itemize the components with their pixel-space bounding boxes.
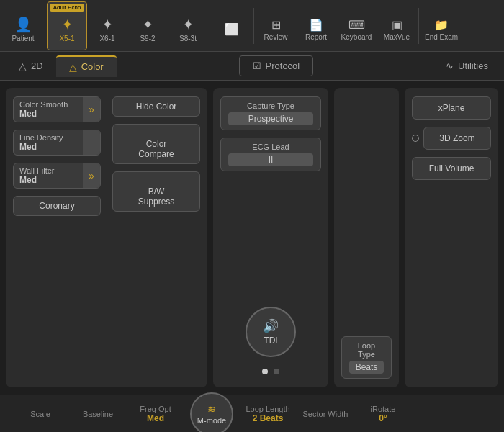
line-density-arrow[interactable] [83, 130, 100, 155]
wall-filter-value: Med [19, 175, 77, 185]
s8-3t-button[interactable]: ✦ S8-3t [168, 1, 208, 50]
left-col: Color Smooth Med » Line Density Med [13, 96, 101, 219]
x6-1-icon: ✦ [102, 16, 114, 33]
wall-filter-arrow[interactable]: » [83, 163, 100, 188]
wall-filter-main: Wall Filter Med [14, 163, 83, 188]
freq-opt-value: Med [147, 413, 164, 423]
sector-width-control[interactable]: Sector Width [297, 407, 354, 421]
loop-length-label: Loop Length [246, 405, 289, 413]
left-panel: Color Smooth Med » Line Density Med [6, 88, 207, 387]
tab-color[interactable]: △ Color [56, 55, 117, 77]
mmode-button[interactable]: ≋ M-mode [190, 392, 233, 433]
color-smooth-title: Color Smooth [19, 100, 77, 109]
color-compare-button[interactable]: Color Compare [112, 124, 200, 164]
tab-color-label: Color [81, 61, 104, 72]
keyboard-button[interactable]: ⌨ Keyboard [336, 1, 377, 50]
loop-length-control[interactable]: Loop Length 2 Beats [239, 402, 297, 426]
end-exam-button[interactable]: 📁 End Exam [420, 1, 462, 50]
tab-protocol-label: Protocol [266, 60, 300, 71]
report-button[interactable]: 📄 Report [296, 1, 336, 50]
separator-1 [45, 8, 45, 44]
end-exam-icon: 📁 [434, 18, 449, 32]
separator-4 [418, 8, 419, 44]
freq-opt-label: Freq Opt [140, 405, 171, 413]
patient-button[interactable]: 👤 Patient [3, 1, 43, 50]
irotate-value: 0° [379, 413, 387, 423]
loop-type-value: Beats [349, 361, 384, 374]
tab-protocol-icon: ☑ [253, 60, 261, 71]
page-dot-1[interactable] [262, 369, 268, 374]
bw-suppress-button[interactable]: B/W Suppress [112, 171, 200, 212]
x5-1-button[interactable]: Adult Echo ✦ X5-1 [47, 1, 87, 50]
report-icon: 📄 [309, 18, 323, 32]
maxvue-icon: ▣ [392, 18, 402, 32]
full-volume-button[interactable]: Full Volume [412, 157, 491, 180]
main-content: Color Smooth Med » Line Density Med [0, 81, 504, 395]
end-exam-label: End Exam [425, 33, 458, 41]
tdi-label: TDI [264, 336, 277, 346]
review-button[interactable]: ⊞ Review [256, 1, 296, 50]
baseline-control[interactable]: Baseline [69, 407, 127, 421]
coronary-button[interactable]: Coronary [13, 196, 101, 216]
maxvue-label: MaxVue [384, 33, 410, 41]
wall-filter-title: Wall Filter [19, 166, 77, 175]
irotate-label: iRotate [371, 405, 396, 413]
xplane-button[interactable]: xPlane [412, 96, 491, 120]
tdi-icon: 🔊 [263, 318, 279, 334]
x6-1-button[interactable]: ✦ X6-1 [87, 1, 127, 50]
freq-opt-control[interactable]: Freq Opt Med [127, 402, 184, 426]
hide-color-button[interactable]: Hide Color [112, 96, 200, 117]
keyboard-icon: ⌨ [348, 18, 365, 32]
page-dot-2[interactable] [274, 369, 279, 374]
capture-type-control[interactable]: Capture Type Prospective [220, 96, 321, 130]
baseline-label: Baseline [83, 410, 113, 418]
s9-2-button[interactable]: ✦ S9-2 [127, 1, 168, 50]
color-smooth-control[interactable]: Color Smooth Med » [13, 96, 101, 122]
left-panel-inner: Color Smooth Med » Line Density Med [13, 96, 200, 219]
patient-icon: 👤 [14, 16, 32, 33]
mmode-label: M-mode [197, 416, 226, 425]
tab-color-icon: △ [69, 61, 77, 73]
loop-type-control[interactable]: Loop Type Beats [341, 336, 392, 379]
tab-bar: △ 2D △ Color ☑ Protocol ∿ Utilities [0, 52, 504, 81]
ecg-lead-title: ECG Lead [228, 143, 313, 151]
separator-2 [210, 8, 210, 44]
tab-utilities-label: Utilities [458, 60, 488, 71]
line-density-control[interactable]: Line Density Med [13, 130, 101, 156]
maxvue-button[interactable]: ▣ MaxVue [377, 1, 417, 50]
tab-2d[interactable]: △ 2D [6, 56, 56, 76]
s8-3t-label: S8-3t [179, 35, 197, 42]
line-density-value: Med [19, 142, 77, 152]
tab-utilities[interactable]: ∿ Utilities [436, 56, 498, 76]
capture-type-title: Capture Type [228, 102, 313, 110]
tab-2d-label: 2D [31, 60, 43, 71]
center-panel: Capture Type Prospective ECG Lead II 🔊 T… [213, 88, 328, 387]
top-bar: 👤 Patient Adult Echo ✦ X5-1 ✦ X6-1 ✦ S9-… [0, 0, 504, 52]
color-smooth-arrow[interactable]: » [83, 97, 100, 122]
wall-filter-control[interactable]: Wall Filter Med » [13, 163, 101, 189]
line-density-title: Line Density [19, 133, 77, 142]
far-right-panel: xPlane 3D Zoom Full Volume [405, 88, 498, 387]
x6-1-label: X6-1 [99, 35, 114, 42]
capsule-button[interactable]: ⬜ [212, 1, 252, 50]
report-label: Report [305, 33, 327, 41]
page-dots [220, 364, 321, 379]
s9-2-icon: ✦ [142, 16, 154, 33]
tdi-button[interactable]: 🔊 TDI [246, 307, 296, 357]
irotate-control[interactable]: iRotate 0° [354, 402, 412, 426]
color-smooth-main: Color Smooth Med [14, 97, 83, 122]
ecg-lead-value: II [228, 153, 313, 166]
s8-3t-icon: ✦ [182, 16, 194, 33]
zoom-3d-button[interactable]: 3D Zoom [423, 127, 491, 150]
sector-width-label: Sector Width [303, 410, 348, 418]
mmode-icon: ≋ [207, 403, 216, 415]
separator-3 [253, 8, 254, 44]
line-density-main: Line Density Med [14, 130, 83, 155]
scale-control[interactable]: Scale [12, 407, 69, 421]
mid-right-spacer [341, 96, 392, 329]
tab-protocol[interactable]: ☑ Protocol [239, 55, 314, 76]
ecg-lead-control[interactable]: ECG Lead II [220, 138, 321, 171]
keyboard-label: Keyboard [341, 33, 372, 41]
x5-1-icon: ✦ [61, 16, 73, 33]
loop-length-value: 2 Beats [253, 413, 284, 423]
